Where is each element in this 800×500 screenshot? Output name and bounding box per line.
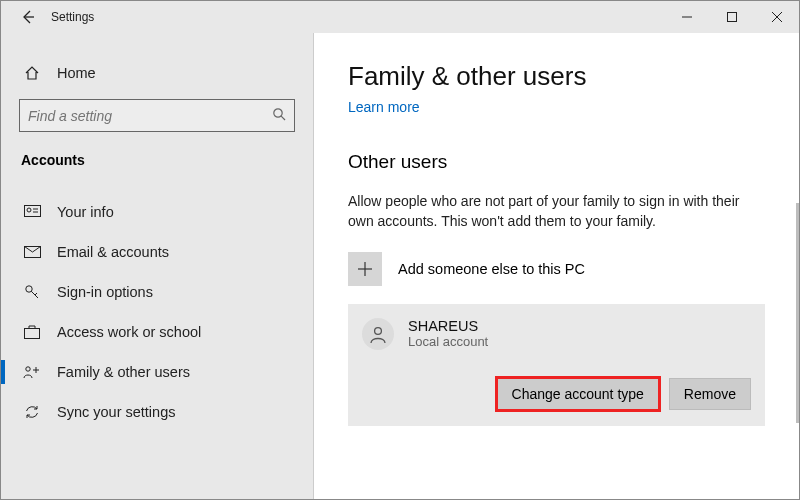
content: Home Accounts Your info bbox=[1, 33, 799, 499]
sidebar-item-email-accounts[interactable]: Email & accounts bbox=[1, 232, 313, 272]
search-input[interactable] bbox=[28, 108, 272, 124]
user-row[interactable]: SHAREUS Local account bbox=[362, 318, 751, 350]
section-accounts: Accounts bbox=[1, 144, 313, 182]
page-title: Family & other users bbox=[348, 61, 769, 92]
svg-point-16 bbox=[26, 367, 30, 371]
home-nav[interactable]: Home bbox=[1, 55, 313, 91]
other-users-heading: Other users bbox=[348, 151, 769, 173]
titlebar-left: Settings bbox=[1, 8, 94, 26]
minimize-button[interactable] bbox=[664, 1, 709, 33]
sidebar-item-your-info[interactable]: Your info bbox=[1, 192, 313, 232]
sidebar-item-label: Access work or school bbox=[57, 324, 201, 340]
search-wrap bbox=[1, 91, 313, 144]
svg-point-21 bbox=[375, 327, 382, 334]
briefcase-icon bbox=[23, 323, 41, 341]
settings-window: Settings Home bbox=[0, 0, 800, 500]
main-panel: Family & other users Learn more Other us… bbox=[314, 33, 799, 499]
mail-icon bbox=[23, 243, 41, 261]
home-icon bbox=[23, 64, 41, 82]
search-icon bbox=[272, 107, 286, 125]
sync-icon bbox=[23, 403, 41, 421]
add-user-label: Add someone else to this PC bbox=[398, 261, 585, 277]
change-account-type-button[interactable]: Change account type bbox=[497, 378, 659, 410]
sidebar-item-signin-options[interactable]: Sign-in options bbox=[1, 272, 313, 312]
avatar-icon bbox=[362, 318, 394, 350]
person-card-icon bbox=[23, 203, 41, 221]
sidebar-item-family-other-users[interactable]: Family & other users bbox=[1, 352, 313, 392]
svg-rect-2 bbox=[727, 13, 736, 22]
learn-more-link[interactable]: Learn more bbox=[348, 99, 420, 115]
svg-point-5 bbox=[274, 108, 282, 116]
user-actions: Change account type Remove bbox=[362, 378, 751, 410]
user-type: Local account bbox=[408, 334, 488, 349]
sidebar-item-label: Sign-in options bbox=[57, 284, 153, 300]
sidebar-item-access-work-school[interactable]: Access work or school bbox=[1, 312, 313, 352]
user-info: SHAREUS Local account bbox=[408, 318, 488, 349]
sidebar-item-label: Sync your settings bbox=[57, 404, 175, 420]
add-user-button[interactable]: Add someone else to this PC bbox=[348, 252, 769, 286]
svg-line-6 bbox=[281, 116, 285, 120]
sidebar: Home Accounts Your info bbox=[1, 33, 313, 499]
window-title: Settings bbox=[51, 10, 94, 24]
window-controls bbox=[664, 1, 799, 33]
back-icon[interactable] bbox=[19, 8, 37, 26]
user-card: SHAREUS Local account Change account typ… bbox=[348, 304, 765, 426]
maximize-button[interactable] bbox=[709, 1, 754, 33]
scrollbar[interactable] bbox=[796, 203, 799, 423]
svg-point-8 bbox=[27, 208, 31, 212]
svg-line-13 bbox=[31, 291, 38, 298]
svg-line-14 bbox=[35, 293, 37, 295]
plus-icon bbox=[348, 252, 382, 286]
titlebar: Settings bbox=[1, 1, 799, 33]
home-label: Home bbox=[57, 65, 96, 81]
people-plus-icon bbox=[23, 363, 41, 381]
svg-rect-15 bbox=[25, 329, 40, 339]
remove-button[interactable]: Remove bbox=[669, 378, 751, 410]
key-icon bbox=[23, 283, 41, 301]
user-name: SHAREUS bbox=[408, 318, 488, 334]
sidebar-item-label: Email & accounts bbox=[57, 244, 169, 260]
close-button[interactable] bbox=[754, 1, 799, 33]
sidebar-item-label: Your info bbox=[57, 204, 114, 220]
sidebar-item-sync-settings[interactable]: Sync your settings bbox=[1, 392, 313, 432]
search-box[interactable] bbox=[19, 99, 295, 132]
sidebar-item-label: Family & other users bbox=[57, 364, 190, 380]
other-users-description: Allow people who are not part of your fa… bbox=[348, 191, 748, 232]
